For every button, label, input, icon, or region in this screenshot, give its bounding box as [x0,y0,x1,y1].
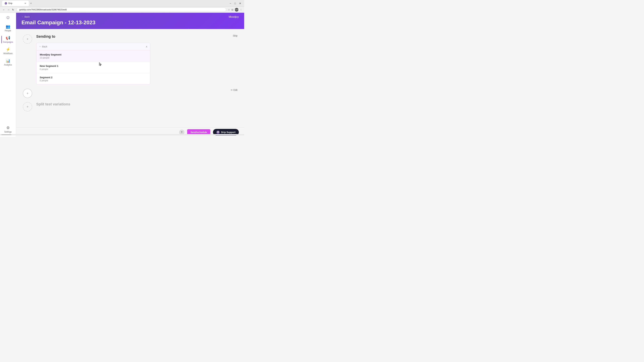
incognito-label: Incognito [234,9,239,10]
header-left: ← Back Email Campaign - 12-13-2023 [22,15,96,26]
forward-nav-button[interactable]: → [7,8,10,11]
browser-chrome: D Drip ✕ + − □ ✕ [0,0,244,7]
sending-to-section: + Sending to Skip ← Back ∧ [23,34,238,85]
app-layout: ☺ 👥 People 📢 Campaigns ⚡ Workflows 📊 [0,13,244,137]
option-name-segment-2: Segment 2 [40,76,147,79]
split-test-title: Split test variations [36,102,70,106]
people-icon: 👥 [6,24,10,29]
sidebar-label-people: People [5,29,11,32]
sidebar: ☺ 👥 People 📢 Campaigns ⚡ Workflows 📊 [0,13,16,137]
drip-support-label: Drip Support [221,131,236,134]
main-content: ← Back Email Campaign - 12-13-2023 Moodj… [16,13,244,137]
back-nav-button[interactable]: ← [2,8,6,11]
campaign-title: Email Campaign - 12-13-2023 [22,19,96,26]
workflows-icon: ⚡ [6,47,10,52]
sidebar-item-wrapper-workflows: ⚡ Workflows [1,45,15,56]
active-indicator [1,36,2,43]
option-name-new-segment-1: New Segment 1 [40,64,147,67]
sidebar-item-campaigns[interactable]: 📢 Campaigns [1,34,15,45]
dropdown-option-segment-2[interactable]: Segment 2 0 people [36,73,150,84]
option-count-new-segment-1: 0 people [40,68,147,70]
sidebar-item-people[interactable]: 👥 People [1,23,15,33]
settings-icon: ⚙ [6,126,10,130]
skip-link[interactable]: Skip [233,34,238,37]
split-test-content: Split test variations [36,102,70,106]
edit-link[interactable]: ✏ Edit [231,89,238,91]
close-button[interactable]: ✕ [238,2,242,5]
horizontal-scrollbar[interactable] [16,134,244,135]
sending-to-title: Sending to [36,34,55,39]
nav-buttons: ← → ↻ [2,8,15,11]
browser-layout-icon[interactable]: ⊟ [232,8,234,11]
new-tab-button[interactable]: + [29,1,33,5]
second-step-circle[interactable]: + [23,89,32,98]
analytics-icon: 📊 [6,59,10,63]
maximize-button[interactable]: □ [234,2,237,5]
page-body: + Sending to Skip ← Back ∧ [16,29,244,137]
minimize-button[interactable]: − [228,2,232,5]
second-step-content: ✏ Edit [36,89,238,91]
dropdown-back-link[interactable]: ← Back [39,45,47,48]
active-tab[interactable]: D Drip ✕ [2,1,29,6]
menu-icon[interactable]: ⋮ [240,8,242,11]
sidebar-item-workflows[interactable]: ⚡ Workflows [1,45,15,56]
sidebar-item-wrapper-people: 👥 People [1,23,15,33]
sending-to-step-circle[interactable]: + [23,34,32,44]
profile-button[interactable]: Incognito [235,8,238,11]
address-actions: ☆ ⊟ Incognito ⋮ [228,8,242,11]
window-controls: − □ ✕ [228,2,242,5]
dropdown-option-moodjoy-segment[interactable]: Moodjoy Segment 13 people [36,50,150,62]
second-step-section: + ✏ Edit [23,89,238,98]
drip-logo-icon: ☺ [6,15,10,20]
account-name: Moodjoy [229,15,239,18]
dropdown-chevron-icon: ∧ [146,45,148,48]
tab-title: Drip [8,2,12,4]
bookmark-icon[interactable]: ☆ [228,8,230,11]
sidebar-item-wrapper-campaigns: 📢 Campaigns [1,34,15,45]
sidebar-label-analytics: Analytics [4,64,12,66]
tab-close-button[interactable]: ✕ [24,2,26,4]
campaigns-icon: 📢 [6,36,10,40]
split-test-section: + Split test variations [23,102,238,111]
url-bar[interactable]: getdrip.com/7641396/broadcasts/318674615… [16,7,226,12]
split-test-circle[interactable]: + [23,102,32,111]
sidebar-item-wrapper-analytics: 📊 Analytics [1,57,15,68]
sidebar-item-settings[interactable]: ⚙ Settings [1,124,15,135]
sidebar-item-wrapper-settings: ⚙ Settings [1,124,15,135]
second-plus-icon: + [26,91,28,95]
option-count-segment-2: 0 people [40,79,147,82]
header-banner: ← Back Email Campaign - 12-13-2023 Moodj… [16,13,244,29]
split-plus-icon: + [26,105,28,109]
reload-button[interactable]: ↻ [12,8,15,11]
sidebar-label-campaigns: Campaigns [3,41,13,43]
tab-bar: D Drip ✕ + [2,1,226,6]
sidebar-logo[interactable]: ☺ [6,15,10,20]
sidebar-label-workflows: Workflows [3,52,12,55]
sidebar-item-analytics[interactable]: 📊 Analytics [1,57,15,68]
option-count-moodjoy: 13 people [40,56,147,59]
option-name-moodjoy: Moodjoy Segment [40,53,147,56]
back-link[interactable]: ← Back [22,15,96,18]
help-icon: ? [181,131,182,134]
dropdown-option-new-segment-1[interactable]: New Segment 1 0 people [36,62,150,73]
sidebar-label-settings: Settings [4,131,12,133]
address-bar: ← → ↻ getdrip.com/7641396/broadcasts/318… [0,7,244,13]
segment-dropdown[interactable]: ← Back ∧ Moodjoy Segment 13 people New S… [36,43,150,85]
tab-favicon: D [5,2,7,4]
dropdown-header[interactable]: ← Back ∧ [36,43,150,50]
sending-to-content: Sending to Skip ← Back ∧ Moodjoy Segment [36,34,238,85]
drip-support-icon: 💬 [216,131,220,134]
url-text: getdrip.com/7641396/broadcasts/318674615… [19,8,67,11]
plus-icon: + [26,37,28,41]
